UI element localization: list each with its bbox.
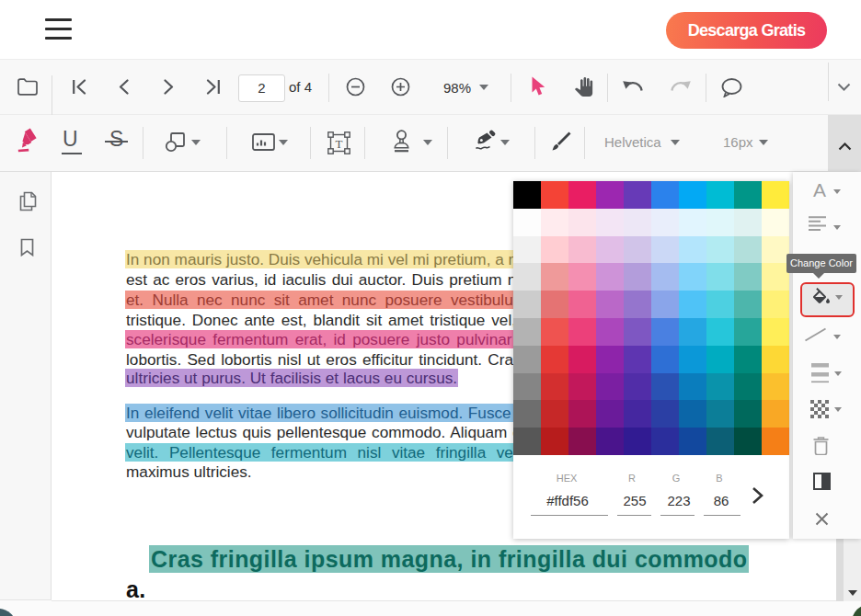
svg-text:T: T [336,137,343,151]
